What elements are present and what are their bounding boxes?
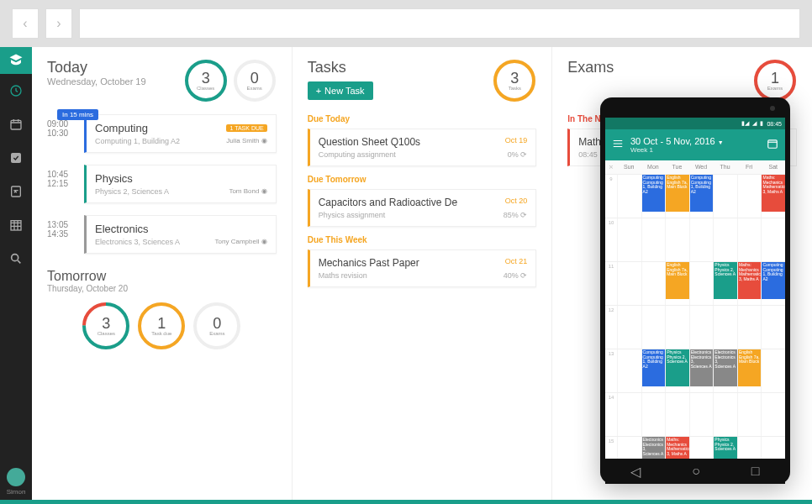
stat-ring: 0Exams	[233, 59, 277, 102]
today-subtitle: Wednesday, October 19	[47, 76, 146, 87]
phone-days-header: ⤬SunMonTueWedThuFriSat	[605, 160, 785, 174]
tasks-title: Tasks	[308, 59, 373, 76]
class-card[interactable]: Computing1 TASK DUE Computing 1, Buildin…	[84, 114, 277, 153]
class-row[interactable]: In 15 mins 09:0010:30 Computing1 TASK DU…	[47, 114, 277, 153]
day-header: Tue	[665, 160, 689, 174]
day-header: Sat	[761, 160, 785, 174]
calendar-event[interactable]: Physics Physics 2, Sciences A	[714, 437, 737, 459]
app-logo[interactable]	[0, 47, 32, 74]
stat-ring: 0Exams	[192, 302, 241, 350]
tomorrow-subtitle: Thursday, October 20	[47, 284, 277, 293]
calendar-event[interactable]: Physics Physics 2, Sciences A	[714, 262, 737, 299]
android-recent-icon[interactable]: □	[751, 464, 760, 479]
phone-status-bar: ▮◢◢▮08:45	[605, 118, 785, 129]
nav-dashboard-icon[interactable]	[0, 74, 32, 108]
sidebar: Simon	[0, 47, 32, 501]
tasks-column: Tasks + New Task 3Tasks Due Today Questi…	[293, 47, 553, 501]
class-row[interactable]: 10:4512:15 Physics Physics 2, Sciences A…	[47, 165, 277, 203]
stat-ring: 1Exams	[753, 59, 797, 102]
filter-icon[interactable]: ⤬	[605, 160, 617, 174]
user-profile[interactable]: Simon	[7, 463, 26, 501]
phone-nav-bar: ◁ ○ □	[605, 459, 785, 484]
nav-schedule-icon[interactable]	[0, 208, 32, 242]
calendar-icon[interactable]	[767, 138, 778, 153]
accent-bar	[0, 500, 812, 504]
today-column: Today Wednesday, October 19 3Classes 0Ex…	[32, 47, 293, 501]
hamburger-icon[interactable]	[612, 138, 624, 153]
day-header: Wed	[689, 160, 714, 174]
day-header: Fri	[737, 160, 762, 174]
calendar-event[interactable]: Physics Physics 2, Sciences A	[666, 349, 689, 386]
class-row[interactable]: 13:0514:35 Electronics Electronics 3, Sc…	[47, 215, 277, 254]
person-icon: ◉	[261, 187, 267, 195]
calendar-event[interactable]: English English 7a, Main Block	[666, 175, 689, 212]
phone-calendar-grid[interactable]: 9 Computing Computing 1, Building A2Engl…	[605, 174, 785, 459]
nav-forward-button[interactable]: ›	[45, 8, 72, 39]
phone-header: 30 Oct - 5 Nov, 2016 ▼ Week 1	[605, 129, 785, 160]
tomorrow-section: Tomorrow Thursday, October 20 3Classes 1…	[47, 269, 277, 350]
calendar-event[interactable]: Electronics Electronics 3, Sciences A	[714, 349, 737, 386]
stat-ring: 3Tasks	[493, 59, 536, 102]
nav-calendar-icon[interactable]	[0, 108, 32, 141]
battery-icon: ▮	[760, 120, 763, 127]
new-task-button[interactable]: + New Task	[308, 81, 373, 100]
calendar-event[interactable]: Computing Computing 1, Building A2	[642, 175, 666, 212]
task-section-label: Due This Week	[308, 235, 537, 244]
nav-tasks-icon[interactable]	[0, 141, 32, 175]
day-header: Mon	[641, 160, 666, 174]
task-card[interactable]: Question Sheet Q100sOct 19 Computing ass…	[308, 129, 537, 166]
nav-back-button[interactable]: ‹	[12, 8, 39, 39]
calendar-event[interactable]: Electronics Electronics 3, Sciences A	[642, 437, 666, 459]
task-due-pill: 1 TASK DUE	[226, 124, 266, 132]
calendar-event[interactable]: Computing Computing 1, Building A2	[762, 262, 785, 299]
class-card[interactable]: Electronics Electronics 3, Sciences ATon…	[84, 215, 277, 254]
today-title: Today	[47, 59, 146, 76]
svg-rect-1	[11, 120, 21, 129]
calendar-event[interactable]: Computing Computing 1, Building A2	[690, 175, 714, 212]
task-card[interactable]: Capacitors and Radioactive DeOct 20 Phys…	[308, 189, 537, 227]
next-class-badge: In 15 mins	[57, 109, 98, 120]
svg-rect-2	[11, 153, 21, 163]
plus-icon: +	[316, 86, 321, 96]
address-bar[interactable]	[79, 8, 800, 39]
svg-rect-21	[768, 139, 778, 147]
stat-ring: 3Classes	[184, 59, 228, 102]
calendar-event[interactable]: English English 7a, Main Block	[666, 262, 689, 299]
person-icon: ◉	[261, 137, 267, 144]
android-home-icon[interactable]: ○	[692, 464, 700, 479]
nav-search-icon[interactable]	[0, 242, 32, 276]
android-back-icon[interactable]: ◁	[630, 464, 641, 480]
calendar-event[interactable]: Maths: Mechanics Mathematics 3, Maths A	[762, 175, 785, 212]
stat-ring: 1Task due	[137, 302, 186, 350]
calendar-event[interactable]: Computing Computing 1, Building A2	[642, 349, 666, 386]
sync-icon: ⟳	[520, 271, 527, 280]
avatar	[7, 468, 25, 486]
class-times: 13:0514:35	[47, 215, 84, 254]
sync-icon: ⟳	[520, 211, 527, 219]
task-section-label: Due Today	[308, 114, 537, 123]
phone-mockup: ▮◢◢▮08:45 30 Oct - 5 Nov, 2016 ▼ Week 1 …	[600, 97, 790, 484]
calendar-event[interactable]: Maths: Mechanics Mathematics 3, Maths A	[738, 262, 762, 299]
tomorrow-title: Tomorrow	[47, 269, 277, 284]
sync-icon: ⟳	[520, 150, 527, 159]
svg-point-5	[12, 255, 18, 261]
nav-exams-icon[interactable]	[0, 175, 32, 208]
phone-date-range[interactable]: 30 Oct - 5 Nov, 2016	[630, 136, 715, 146]
stat-ring: 3Classes	[82, 302, 130, 350]
network-icon: ◢	[752, 120, 757, 127]
user-name: Simon	[7, 488, 26, 496]
browser-chrome: ‹ ›	[0, 0, 812, 47]
calendar-event[interactable]: English English 7a, Main Block	[738, 349, 762, 386]
phone-week-label: Week 1	[630, 146, 760, 154]
chevron-down-icon: ▼	[718, 139, 724, 145]
calendar-event[interactable]: Electronics Electronics 3, Sciences A	[690, 349, 714, 386]
calendar-event[interactable]: Maths: Mechanics Mathematics 3, Maths A	[666, 437, 689, 459]
class-times: 10:4512:15	[47, 165, 84, 203]
task-card[interactable]: Mechanics Past PaperOct 21 Maths revisio…	[308, 249, 537, 287]
task-section-label: Due Tomorrow	[308, 175, 537, 184]
person-icon: ◉	[261, 238, 267, 245]
day-header: Sun	[617, 160, 641, 174]
exams-title: Exams	[567, 59, 614, 76]
svg-rect-4	[11, 221, 21, 230]
class-card[interactable]: Physics Physics 2, Sciences ATom Bond ◉	[84, 165, 277, 203]
